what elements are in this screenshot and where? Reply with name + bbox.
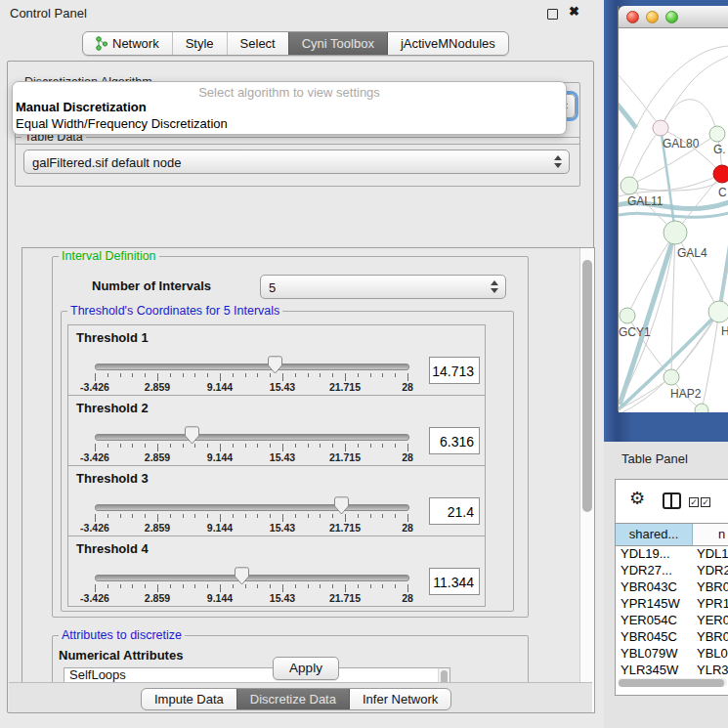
table-horizontal-scrollbar[interactable]: [618, 678, 727, 687]
network-node-h[interactable]: [708, 301, 728, 322]
network-node-gal80[interactable]: [653, 120, 668, 136]
gear-icon[interactable]: ⚙: [629, 488, 645, 509]
network-node-gal11[interactable]: [621, 177, 638, 194]
cell-name: YLR3: [693, 662, 728, 678]
threshold-value-field[interactable]: 6.316: [429, 427, 480, 454]
threshold-value-field[interactable]: 11.344: [429, 568, 480, 595]
apply-button[interactable]: Apply: [273, 657, 339, 680]
table-row[interactable]: YPR145WYPR1: [616, 595, 728, 612]
float-window-icon[interactable]: [547, 9, 558, 20]
table-row[interactable]: YDL19...YDL1: [616, 545, 728, 562]
table-panel-region: Table Panel ⚙ ✓ ✓ shared... n YDL19...YD…: [604, 442, 728, 728]
node-label: H: [721, 324, 728, 338]
network-node-gal4[interactable]: [664, 221, 687, 244]
tab-cyni-toolbox[interactable]: Cyni Toolbox: [288, 32, 387, 55]
column-header-name[interactable]: n: [693, 524, 728, 545]
tab-select[interactable]: Select: [227, 32, 288, 55]
control-panel-title: Control Panel: [10, 6, 87, 21]
table-panel: ⚙ ✓ ✓ shared... n YDL19...YDL1YDR27...YD…: [615, 479, 728, 696]
thresholds-group: Threshold's Coordinates for 5 Intervals …: [61, 311, 514, 612]
table-header-row: shared... n: [616, 523, 728, 546]
attribute-item-selfloops[interactable]: SelfLoops: [64, 668, 450, 683]
cell-shared-name: YBR043C: [616, 578, 693, 595]
tab-label: Discretize Data: [250, 689, 336, 709]
threshold-slider-track[interactable]: [95, 504, 409, 511]
stepper-arrows-icon: [491, 280, 498, 293]
algorithm-option-equal-width-frequency-discretization[interactable]: Equal Width/Frequency Discretization: [16, 116, 228, 131]
network-edge[interactable]: [675, 233, 719, 312]
attributes-group-title: Attributes to discretize: [59, 628, 185, 642]
main-vertical-scrollbar[interactable]: [579, 248, 594, 712]
main-scrollbar-thumb[interactable]: [582, 260, 592, 512]
cell-name: YBR0: [693, 628, 728, 645]
threshold-slider-track[interactable]: [95, 575, 409, 581]
settings-scroll-viewport: Interval Definition Number of Intervals …: [21, 247, 595, 713]
table-rows: YDL19...YDL1YDR27...YDR2YBR043CYBR0YPR14…: [616, 545, 728, 687]
table-row[interactable]: YLR345WYLR3: [616, 662, 728, 678]
interval-definition-title: Interval Definition: [59, 249, 159, 263]
threshold-slider-thumb[interactable]: [185, 426, 199, 445]
control-panel: Control Panel ✖ NetworkStyleSelectCyni T…: [0, 0, 604, 728]
node-label: GAL80: [663, 137, 700, 150]
threshold-slider-thumb[interactable]: [334, 496, 349, 515]
network-node-g-[interactable]: [709, 126, 725, 142]
threshold-slider-thumb[interactable]: [268, 356, 282, 374]
bottom-tab-bar: Impute DataDiscretize DataInfer Network: [141, 688, 451, 710]
close-icon[interactable]: ✖: [569, 4, 579, 19]
cell-name: YDL1: [693, 545, 728, 562]
cell-shared-name: YLR345W: [616, 662, 693, 678]
table-row[interactable]: YER054CYER0: [616, 612, 728, 628]
network-node[interactable]: [695, 404, 708, 412]
threshold-slider-track[interactable]: [95, 434, 409, 441]
number-of-intervals-select[interactable]: 5: [260, 275, 506, 299]
table-row[interactable]: YBR043CYBR0: [616, 578, 728, 595]
threshold-row-2: Threshold 2-3.4262.8599.14415.4321.71528…: [67, 395, 486, 466]
network-edge[interactable]: [629, 174, 722, 191]
tab-impute-data[interactable]: Impute Data: [142, 689, 236, 709]
network-canvas[interactable]: GAL80G.CGAL11GAL4GCY1HHAP2: [619, 28, 728, 412]
network-edge[interactable]: [661, 56, 728, 128]
algorithm-option-manual-discretization[interactable]: Manual Discretization: [16, 100, 147, 114]
algorithm-popup-placeholder: Select algorithm to view settings: [13, 85, 566, 100]
network-node-hap2[interactable]: [664, 369, 679, 385]
column-header-shared-name[interactable]: shared...: [616, 524, 693, 545]
threshold-slider-track[interactable]: [95, 364, 409, 370]
interval-definition-group: Interval Definition Number of Intervals …: [52, 256, 529, 618]
split-table-icon[interactable]: [663, 492, 681, 509]
network-tab-icon: [96, 36, 107, 51]
window-minimize-button[interactable]: [646, 11, 659, 23]
network-edge[interactable]: [661, 100, 717, 134]
cell-shared-name: YBL079W: [616, 645, 693, 662]
tab-style[interactable]: Style: [172, 32, 227, 55]
threshold-row-4: Threshold 4-3.4262.8599.14415.4321.71528…: [67, 535, 486, 607]
node-label: G.: [713, 143, 726, 156]
table-row[interactable]: YBR045CYBR0: [616, 628, 728, 645]
slider-tick-labels: -3.4262.8599.14415.4321.71528: [95, 522, 407, 534]
cell-name: YBR0: [693, 578, 728, 595]
table-data-select[interactable]: galFiltered.sif default node: [23, 150, 570, 174]
tab-jactivemnodules[interactable]: jActiveMNodules: [387, 32, 508, 55]
tab-network[interactable]: Network: [83, 32, 172, 55]
cell-shared-name: YPR145W: [616, 595, 693, 612]
right-side: GAL80G.CGAL11GAL4GCY1HHAP2 Table Panel ⚙…: [604, 0, 728, 728]
checkbox-icon[interactable]: ✓: [701, 497, 710, 507]
table-row[interactable]: YDR27...YDR2: [616, 562, 728, 578]
network-node-gcy1[interactable]: [620, 308, 635, 323]
slider-tick-labels: -3.4262.8599.14415.4321.71528: [95, 381, 407, 393]
network-node-c[interactable]: [713, 165, 728, 183]
threshold-value-field[interactable]: 14.713: [429, 357, 480, 384]
threshold-value-field[interactable]: 21.4: [429, 497, 480, 525]
window-zoom-button[interactable]: [665, 11, 678, 23]
tab-discretize-data[interactable]: Discretize Data: [236, 689, 349, 709]
window-close-button[interactable]: [626, 11, 639, 23]
network-edge[interactable]: [619, 97, 636, 128]
network-edge[interactable]: [629, 128, 661, 186]
table-hscrollbar-thumb[interactable]: [619, 679, 724, 687]
cell-shared-name: YDR27...: [616, 562, 693, 578]
network-window-titlebar[interactable]: [619, 6, 728, 28]
checkbox-icon[interactable]: ✓: [689, 497, 699, 507]
table-row[interactable]: YBL079WYBL0: [616, 645, 728, 662]
node-label: GCY1: [619, 325, 651, 339]
threshold-slider-thumb[interactable]: [235, 567, 249, 585]
tab-infer-network[interactable]: Infer Network: [349, 689, 450, 709]
